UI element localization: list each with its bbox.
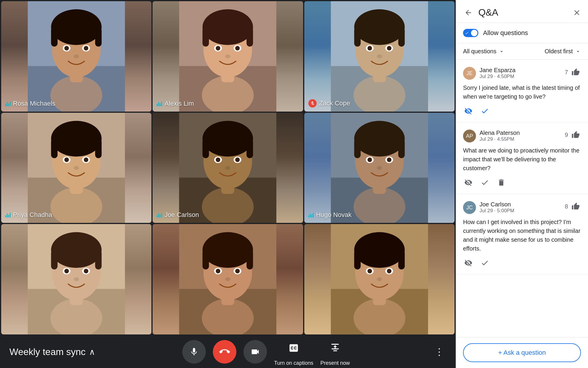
svg-rect-59 [247, 139, 253, 158]
svg-point-103 [225, 277, 230, 281]
video-cell-2: Alexis Lim [153, 1, 303, 112]
mic-active-icon [308, 212, 314, 218]
svg-point-89 [84, 269, 88, 273]
participant-name-3: Zack Cope [308, 99, 350, 107]
delete-question-btn-2[interactable] [496, 177, 507, 188]
more-options-button[interactable]: ⋮ [432, 344, 446, 360]
qa-back-button[interactable] [463, 7, 474, 18]
mic-muted-icon [308, 99, 317, 107]
q-like-count-1: 7 [565, 69, 568, 76]
captions-label: Turn on captions [274, 360, 313, 366]
svg-point-76 [387, 158, 391, 162]
svg-rect-45 [51, 139, 58, 158]
participant-name-1: Rosa Michaels [5, 100, 55, 107]
q-actions-2 [463, 177, 581, 188]
mark-answered-btn-2[interactable] [480, 177, 490, 188]
svg-rect-32 [354, 27, 360, 47]
video-area: Rosa Michaels Alexis Lim [0, 0, 456, 368]
all-questions-filter[interactable]: All questions [463, 48, 505, 55]
q-meta-2: Alena Paterson Jul 29 · 4:55PM [480, 130, 565, 142]
qa-questions-list: JE Jane Esparza Jul 29 · 4:50PM 7 Sorry … [456, 60, 588, 337]
mic-button[interactable] [182, 340, 206, 364]
svg-rect-58 [203, 139, 209, 158]
svg-point-57 [203, 121, 253, 156]
svg-point-37 [387, 46, 391, 50]
q-text-2: What are we doing to proactively monitor… [463, 146, 581, 173]
controls-right: ⋮ [429, 344, 446, 360]
svg-point-38 [377, 54, 382, 58]
q-like-count-3: 8 [565, 203, 568, 210]
question-card-2: AP Alena Paterson Jul 29 · 4:55PM 9 What… [456, 122, 588, 194]
sort-label: Oldest first [544, 48, 573, 55]
participant-name-2: Alexis Lim [157, 100, 194, 107]
svg-point-24 [235, 46, 240, 50]
svg-point-11 [84, 46, 88, 50]
svg-point-102 [235, 269, 240, 273]
qa-filters: All questions Oldest first [456, 43, 588, 60]
video-cell-3: Zack Cope [304, 1, 455, 112]
mark-answered-btn-3[interactable] [480, 258, 490, 268]
qa-footer: + Ask a question [456, 337, 588, 368]
q-meta-3: Joe Carlson Jul 29 · 5:00PM [480, 201, 565, 214]
allow-questions-label: Allow questions [483, 29, 528, 37]
hide-question-btn-1[interactable] [463, 106, 474, 116]
allow-questions-toggle[interactable] [463, 29, 478, 37]
svg-point-100 [216, 269, 220, 273]
video-cell-7 [1, 224, 151, 334]
svg-point-48 [64, 158, 69, 162]
svg-point-31 [354, 9, 405, 45]
ask-question-button[interactable]: + Ask a question [463, 343, 581, 362]
end-call-button[interactable] [213, 340, 236, 364]
svg-point-96 [203, 232, 253, 268]
chevron-up-icon[interactable]: ∧ [89, 347, 95, 357]
svg-point-18 [203, 9, 253, 45]
mic-active-icon [5, 212, 11, 218]
like-btn-1[interactable] [570, 67, 581, 77]
camera-button[interactable] [243, 340, 267, 364]
svg-rect-111 [398, 250, 405, 269]
svg-point-77 [377, 166, 382, 170]
present-now-button[interactable]: Present now [320, 338, 350, 366]
svg-point-115 [387, 269, 391, 273]
svg-point-44 [51, 121, 102, 156]
svg-rect-33 [398, 27, 405, 47]
q-actions-1 [463, 106, 581, 116]
q-text-3: How can I get involved in this project? … [463, 218, 581, 253]
video-cell-4: Priya Chadha [1, 113, 151, 223]
q-avatar-1: JE [463, 67, 476, 80]
sort-filter[interactable]: Oldest first [544, 48, 581, 55]
svg-point-109 [354, 232, 405, 268]
svg-rect-71 [354, 139, 360, 158]
svg-rect-98 [247, 250, 253, 269]
svg-point-83 [51, 232, 102, 268]
q-likes-3: 8 [565, 201, 581, 212]
svg-point-5 [51, 9, 102, 45]
q-text-1: Sorry I joined late, what is the latest … [463, 83, 581, 101]
filter-label: All questions [463, 48, 496, 55]
q-time-2: Jul 29 · 4:55PM [480, 136, 565, 142]
q-actions-3 [463, 258, 581, 268]
like-btn-3[interactable] [570, 201, 581, 212]
hide-question-btn-2[interactable] [463, 177, 474, 188]
video-cell-5: Joe Carlson [153, 113, 303, 223]
q-like-count-2: 9 [565, 132, 568, 138]
svg-point-12 [74, 54, 79, 58]
svg-point-87 [64, 269, 69, 273]
captions-button[interactable]: Turn on captions [274, 338, 313, 366]
svg-point-90 [74, 277, 79, 281]
svg-point-9 [64, 46, 69, 50]
participant-name-5: Joe Carlson [157, 211, 199, 219]
svg-rect-7 [95, 27, 102, 47]
video-cell-6: Hugo Novak [304, 113, 455, 223]
q-avatar-2: AP [463, 130, 476, 142]
svg-rect-84 [51, 250, 58, 269]
mark-answered-btn-1[interactable] [480, 106, 490, 116]
svg-point-50 [84, 158, 88, 162]
q-author-1: Jane Esparza [480, 67, 565, 74]
svg-point-61 [216, 158, 220, 162]
q-author-2: Alena Paterson [480, 130, 565, 136]
hide-question-btn-3[interactable] [463, 258, 474, 268]
qa-close-button[interactable] [573, 9, 581, 17]
like-btn-2[interactable] [570, 130, 581, 140]
mic-active-icon [157, 212, 162, 218]
